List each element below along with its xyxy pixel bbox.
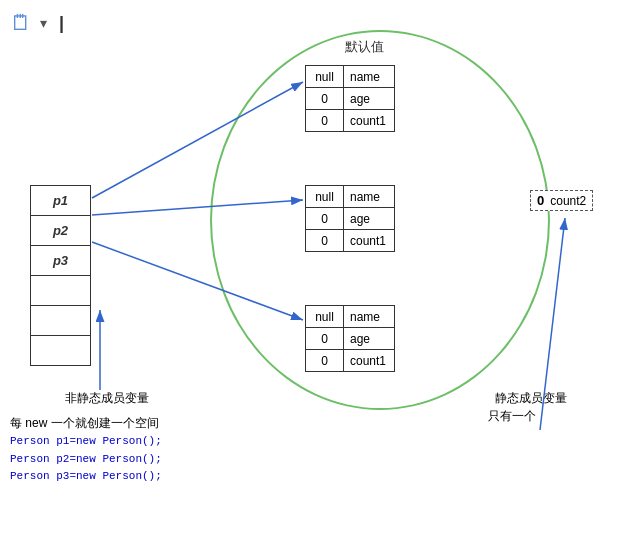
static-label: 静态成员变量 [495,390,567,407]
obj3-age-val: 0 [306,328,344,350]
toolbar: 🗒 ▾ | [10,10,64,36]
obj1-count1-field: count1 [344,110,395,132]
count2-val: 0 [537,193,544,208]
obj3-name-field: name [344,306,395,328]
each-new-label: 每 new 一个就创建一个空间 [10,415,159,432]
obj1-count1-val: 0 [306,110,344,132]
code-line-2: Person p2=new Person(); [10,451,162,469]
ptr-p3: p3 [31,246,91,276]
ptr-empty-1 [31,276,91,306]
obj3-age-field: age [344,328,395,350]
obj1-age-field: age [344,88,395,110]
ptr-empty-3 [31,336,91,366]
code-line-1: Person p1=new Person(); [10,433,162,451]
obj2-name-field: name [344,186,395,208]
object-table-3: nullname 0age 0count1 [305,305,395,372]
main-canvas: 🗒 ▾ | 默认值 nullname 0age 0count1 nullname… [0,0,626,554]
obj1-name-val: null [306,66,344,88]
count2-label: count2 [550,194,586,208]
obj3-count1-val: 0 [306,350,344,372]
non-static-label: 非静态成员变量 [65,390,149,407]
obj2-age-field: age [344,208,395,230]
cursor-icon: | [59,13,64,34]
obj2-name-val: null [306,186,344,208]
obj2-age-val: 0 [306,208,344,230]
obj2-count1-field: count1 [344,230,395,252]
obj3-count1-field: count1 [344,350,395,372]
code-block: Person p1=new Person(); Person p2=new Pe… [10,433,162,486]
oval-label: 默认值 [345,38,384,56]
ptr-p1: p1 [31,186,91,216]
ptr-empty-2 [31,306,91,336]
object-table-1: nullname 0age 0count1 [305,65,395,132]
obj1-age-val: 0 [306,88,344,110]
dropdown-icon: ▾ [40,15,47,31]
count2-box: 0 count2 [530,190,593,211]
pointer-table: p1 p2 p3 [30,185,91,366]
object-table-2: nullname 0age 0count1 [305,185,395,252]
obj1-name-field: name [344,66,395,88]
code-line-3: Person p3=new Person(); [10,468,162,486]
only-one-label: 只有一个 [488,408,536,425]
obj2-count1-val: 0 [306,230,344,252]
ptr-p2: p2 [31,216,91,246]
doc-icon: 🗒 [10,10,32,36]
obj3-name-val: null [306,306,344,328]
